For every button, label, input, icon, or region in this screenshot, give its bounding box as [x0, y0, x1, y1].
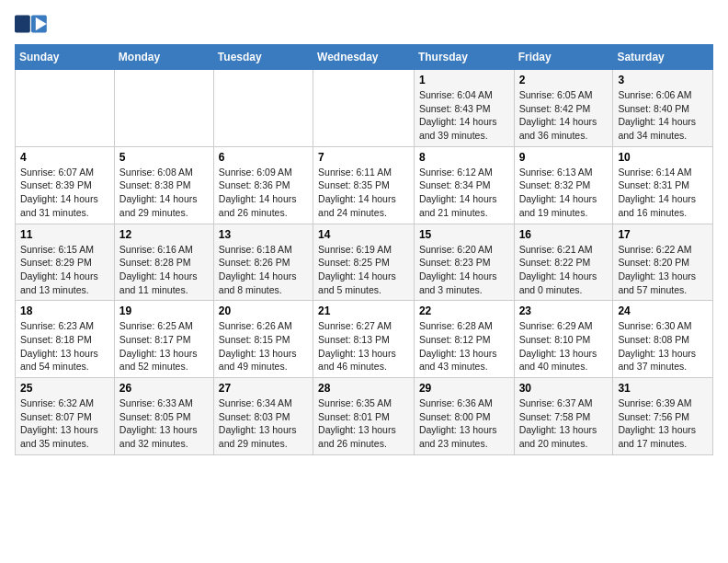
weekday-header-row: SundayMondayTuesdayWednesdayThursdayFrid… [16, 45, 713, 70]
day-number: 25 [20, 382, 109, 395]
day-number: 10 [618, 151, 708, 164]
calendar-cell [114, 70, 213, 147]
day-number: 18 [20, 304, 109, 317]
day-info: Sunrise: 6:19 AM Sunset: 8:25 PM Dayligh… [318, 243, 409, 297]
calendar-cell: 31Sunrise: 6:39 AM Sunset: 7:56 PM Dayli… [613, 378, 713, 455]
weekday-header-wednesday: Wednesday [313, 45, 415, 70]
day-number: 29 [419, 382, 509, 395]
day-number: 8 [419, 151, 509, 164]
day-number: 12 [119, 228, 209, 241]
calendar-cell: 10Sunrise: 6:14 AM Sunset: 8:31 PM Dayli… [613, 146, 713, 224]
day-number: 28 [318, 382, 409, 395]
day-info: Sunrise: 6:26 AM Sunset: 8:15 PM Dayligh… [219, 319, 308, 373]
calendar-cell: 8Sunrise: 6:12 AM Sunset: 8:34 PM Daylig… [414, 146, 514, 224]
day-number: 30 [519, 382, 609, 395]
day-info: Sunrise: 6:25 AM Sunset: 8:17 PM Dayligh… [119, 319, 209, 373]
day-number: 2 [519, 74, 609, 86]
day-number: 13 [219, 228, 308, 241]
day-info: Sunrise: 6:21 AM Sunset: 8:22 PM Dayligh… [519, 243, 609, 297]
day-info: Sunrise: 6:28 AM Sunset: 8:12 PM Dayligh… [419, 319, 509, 373]
weekday-header-sunday: Sunday [16, 45, 115, 70]
calendar-cell: 13Sunrise: 6:18 AM Sunset: 8:26 PM Dayli… [213, 224, 313, 301]
day-number: 1 [419, 74, 509, 86]
calendar-cell: 12Sunrise: 6:16 AM Sunset: 8:28 PM Dayli… [114, 224, 213, 301]
day-info: Sunrise: 6:05 AM Sunset: 8:42 PM Dayligh… [519, 88, 609, 143]
week-row-3: 11Sunrise: 6:15 AM Sunset: 8:29 PM Dayli… [16, 224, 713, 301]
day-info: Sunrise: 6:33 AM Sunset: 8:05 PM Dayligh… [119, 396, 209, 451]
calendar-cell: 22Sunrise: 6:28 AM Sunset: 8:12 PM Dayli… [414, 301, 514, 378]
day-info: Sunrise: 6:08 AM Sunset: 8:38 PM Dayligh… [119, 166, 209, 220]
day-number: 31 [618, 382, 708, 395]
day-info: Sunrise: 6:20 AM Sunset: 8:23 PM Dayligh… [419, 243, 509, 297]
day-info: Sunrise: 6:07 AM Sunset: 8:39 PM Dayligh… [20, 166, 109, 220]
logo [15, 15, 48, 35]
calendar-cell: 27Sunrise: 6:34 AM Sunset: 8:03 PM Dayli… [213, 378, 313, 455]
day-number: 23 [519, 304, 609, 317]
calendar-cell: 11Sunrise: 6:15 AM Sunset: 8:29 PM Dayli… [16, 224, 115, 301]
day-number: 6 [219, 151, 308, 164]
weekday-header-saturday: Saturday [613, 45, 713, 70]
week-row-4: 18Sunrise: 6:23 AM Sunset: 8:18 PM Dayli… [16, 301, 713, 378]
day-info: Sunrise: 6:37 AM Sunset: 7:58 PM Dayligh… [519, 396, 609, 451]
svg-rect-0 [15, 15, 30, 32]
calendar-cell: 9Sunrise: 6:13 AM Sunset: 8:32 PM Daylig… [514, 146, 613, 224]
calendar-cell: 7Sunrise: 6:11 AM Sunset: 8:35 PM Daylig… [313, 146, 415, 224]
calendar-cell: 19Sunrise: 6:25 AM Sunset: 8:17 PM Dayli… [114, 301, 213, 378]
day-info: Sunrise: 6:22 AM Sunset: 8:20 PM Dayligh… [618, 243, 708, 297]
weekday-header-monday: Monday [114, 45, 213, 70]
logo-icon [15, 15, 48, 33]
calendar-cell: 18Sunrise: 6:23 AM Sunset: 8:18 PM Dayli… [16, 301, 115, 378]
calendar-cell: 15Sunrise: 6:20 AM Sunset: 8:23 PM Dayli… [414, 224, 514, 301]
day-info: Sunrise: 6:39 AM Sunset: 7:56 PM Dayligh… [618, 396, 708, 451]
calendar-cell: 17Sunrise: 6:22 AM Sunset: 8:20 PM Dayli… [613, 224, 713, 301]
calendar-cell [313, 70, 415, 147]
day-number: 19 [119, 304, 209, 317]
day-number: 3 [618, 74, 708, 86]
day-info: Sunrise: 6:34 AM Sunset: 8:03 PM Dayligh… [219, 396, 308, 451]
calendar-cell: 23Sunrise: 6:29 AM Sunset: 8:10 PM Dayli… [514, 301, 613, 378]
day-info: Sunrise: 6:11 AM Sunset: 8:35 PM Dayligh… [318, 166, 409, 220]
day-number: 21 [318, 304, 409, 317]
day-number: 15 [419, 228, 509, 241]
day-info: Sunrise: 6:35 AM Sunset: 8:01 PM Dayligh… [318, 396, 409, 451]
day-number: 5 [119, 151, 209, 164]
calendar-cell: 1Sunrise: 6:04 AM Sunset: 8:43 PM Daylig… [414, 70, 514, 147]
day-info: Sunrise: 6:29 AM Sunset: 8:10 PM Dayligh… [519, 319, 609, 373]
week-row-1: 1Sunrise: 6:04 AM Sunset: 8:43 PM Daylig… [16, 70, 713, 147]
calendar-cell: 25Sunrise: 6:32 AM Sunset: 8:07 PM Dayli… [16, 378, 115, 455]
day-info: Sunrise: 6:04 AM Sunset: 8:43 PM Dayligh… [419, 88, 509, 143]
calendar-cell [213, 70, 313, 147]
calendar-cell: 2Sunrise: 6:05 AM Sunset: 8:42 PM Daylig… [514, 70, 613, 147]
day-info: Sunrise: 6:09 AM Sunset: 8:36 PM Dayligh… [219, 166, 308, 220]
day-info: Sunrise: 6:14 AM Sunset: 8:31 PM Dayligh… [618, 166, 708, 220]
day-info: Sunrise: 6:15 AM Sunset: 8:29 PM Dayligh… [20, 243, 109, 297]
calendar-cell: 30Sunrise: 6:37 AM Sunset: 7:58 PM Dayli… [514, 378, 613, 455]
calendar-cell: 5Sunrise: 6:08 AM Sunset: 8:38 PM Daylig… [114, 146, 213, 224]
day-number: 4 [20, 151, 109, 164]
calendar-cell: 29Sunrise: 6:36 AM Sunset: 8:00 PM Dayli… [414, 378, 514, 455]
calendar-cell: 4Sunrise: 6:07 AM Sunset: 8:39 PM Daylig… [16, 146, 115, 224]
day-info: Sunrise: 6:12 AM Sunset: 8:34 PM Dayligh… [419, 166, 509, 220]
calendar-cell: 14Sunrise: 6:19 AM Sunset: 8:25 PM Dayli… [313, 224, 415, 301]
calendar-cell: 26Sunrise: 6:33 AM Sunset: 8:05 PM Dayli… [114, 378, 213, 455]
calendar-cell: 24Sunrise: 6:30 AM Sunset: 8:08 PM Dayli… [613, 301, 713, 378]
page-header [15, 15, 713, 35]
calendar-table: SundayMondayTuesdayWednesdayThursdayFrid… [15, 44, 713, 455]
day-info: Sunrise: 6:30 AM Sunset: 8:08 PM Dayligh… [618, 319, 708, 373]
day-number: 14 [318, 228, 409, 241]
day-number: 20 [219, 304, 308, 317]
day-info: Sunrise: 6:06 AM Sunset: 8:40 PM Dayligh… [618, 88, 708, 143]
day-number: 26 [119, 382, 209, 395]
day-info: Sunrise: 6:18 AM Sunset: 8:26 PM Dayligh… [219, 243, 308, 297]
calendar-cell [16, 70, 115, 147]
calendar-cell: 16Sunrise: 6:21 AM Sunset: 8:22 PM Dayli… [514, 224, 613, 301]
weekday-header-thursday: Thursday [414, 45, 514, 70]
calendar-cell: 6Sunrise: 6:09 AM Sunset: 8:36 PM Daylig… [213, 146, 313, 224]
day-info: Sunrise: 6:13 AM Sunset: 8:32 PM Dayligh… [519, 166, 609, 220]
day-info: Sunrise: 6:36 AM Sunset: 8:00 PM Dayligh… [419, 396, 509, 451]
day-number: 17 [618, 228, 708, 241]
day-number: 9 [519, 151, 609, 164]
day-number: 16 [519, 228, 609, 241]
day-info: Sunrise: 6:16 AM Sunset: 8:28 PM Dayligh… [119, 243, 209, 297]
day-number: 27 [219, 382, 308, 395]
